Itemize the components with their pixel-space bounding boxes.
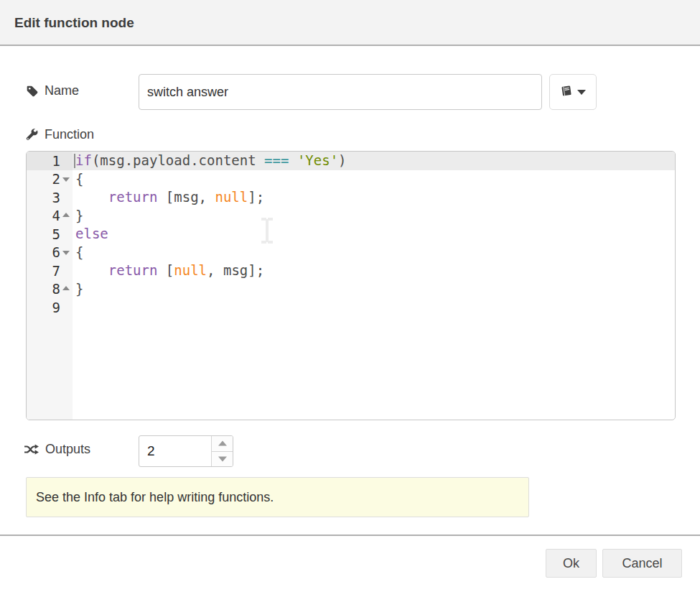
fold-open-icon[interactable] (61, 247, 71, 257)
code-line[interactable]: else (73, 225, 675, 244)
gutter-line: 9 (27, 298, 73, 317)
code-line[interactable]: } (73, 207, 675, 226)
outputs-input[interactable] (139, 436, 211, 466)
code-token (75, 189, 108, 205)
shuffle-icon (24, 443, 39, 455)
gutter-line: 5 (27, 225, 73, 244)
code-line[interactable]: if(msg.payload.content === 'Yes') (73, 152, 675, 170)
code-token: } (75, 281, 83, 297)
line-number: 1 (52, 153, 60, 169)
line-number: 4 (52, 208, 60, 223)
gutter-line[interactable]: 4 (27, 207, 73, 226)
code-token: else (75, 226, 108, 241)
dialog-title: Edit function node (14, 15, 134, 31)
code-line[interactable]: return [null, msg]; (73, 262, 675, 280)
line-number: 8 (52, 281, 60, 297)
code-token: return (108, 262, 158, 278)
code-token: , msg]; (207, 262, 264, 278)
editor-code[interactable]: if(msg.payload.content === 'Yes'){ retur… (73, 152, 675, 420)
outputs-label-text: Outputs (45, 442, 90, 457)
spinner-buttons (211, 436, 233, 466)
spinner-down-button[interactable] (212, 452, 233, 467)
code-token: return (108, 189, 158, 205)
fold-open-icon[interactable] (61, 174, 71, 184)
code-token: { (75, 244, 83, 260)
tag-icon (26, 85, 39, 98)
function-label: Function (26, 127, 94, 142)
fold-spacer (61, 229, 71, 239)
code-token: null (215, 189, 248, 205)
form-tip-text: See the Info tab for help writing functi… (36, 490, 274, 505)
code-line[interactable]: } (73, 280, 675, 299)
gutter-line[interactable]: 8 (27, 280, 73, 299)
code-token: (msg.payload.content (92, 152, 264, 168)
code-token: ]; (248, 189, 264, 205)
gutter-line[interactable]: 6 (27, 244, 73, 262)
line-number: 7 (52, 263, 60, 279)
code-line[interactable]: return [msg, null]; (73, 188, 675, 207)
code-token: { (75, 171, 83, 187)
wrench-icon (26, 129, 39, 142)
code-token: 'Yes' (297, 152, 338, 168)
fold-close-icon[interactable] (61, 284, 71, 294)
code-token: === (264, 152, 289, 168)
code-token: [ (157, 262, 174, 278)
outputs-label: Outputs (24, 442, 90, 457)
function-code-editor[interactable]: 123456789 if(msg.payload.content === 'Ye… (26, 151, 676, 420)
name-label-text: Name (45, 83, 79, 98)
fold-spacer (61, 266, 71, 276)
code-token: } (75, 208, 83, 223)
line-number: 2 (52, 171, 60, 187)
code-line[interactable] (73, 298, 675, 317)
fold-close-icon[interactable] (61, 211, 71, 221)
form-tip: See the Info tab for help writing functi… (26, 477, 529, 517)
spinner-up-button[interactable] (212, 436, 233, 452)
outputs-spinner (139, 435, 233, 467)
name-label: Name (26, 83, 79, 98)
name-input[interactable] (139, 74, 542, 110)
code-token: if (75, 152, 92, 168)
editor-gutter: 123456789 (27, 152, 73, 420)
function-label-text: Function (45, 127, 94, 142)
gutter-line: 3 (27, 188, 73, 207)
text-caret (74, 154, 75, 168)
line-number: 5 (52, 226, 60, 242)
fold-spacer (61, 156, 71, 166)
footer-divider (0, 535, 700, 536)
code-line[interactable]: { (73, 170, 675, 189)
cancel-button[interactable]: Cancel (602, 549, 682, 578)
ok-button[interactable]: Ok (546, 549, 597, 578)
line-number: 9 (52, 300, 60, 315)
code-line[interactable]: { (73, 244, 675, 262)
code-token: null (174, 262, 207, 278)
book-icon (560, 85, 572, 99)
code-token (289, 152, 297, 168)
caret-down-icon (577, 90, 586, 95)
line-number: 3 (52, 190, 60, 205)
code-token (75, 262, 108, 278)
gutter-line: 1 (27, 152, 73, 170)
code-token: [msg, (157, 189, 215, 205)
fold-spacer (61, 302, 71, 313)
code-token: ) (338, 152, 346, 168)
dialog-header: Edit function node (0, 0, 700, 46)
line-number: 6 (52, 244, 60, 260)
fold-spacer (61, 193, 71, 203)
library-button[interactable] (549, 74, 597, 110)
gutter-line: 7 (27, 262, 73, 280)
gutter-line[interactable]: 2 (27, 170, 73, 189)
